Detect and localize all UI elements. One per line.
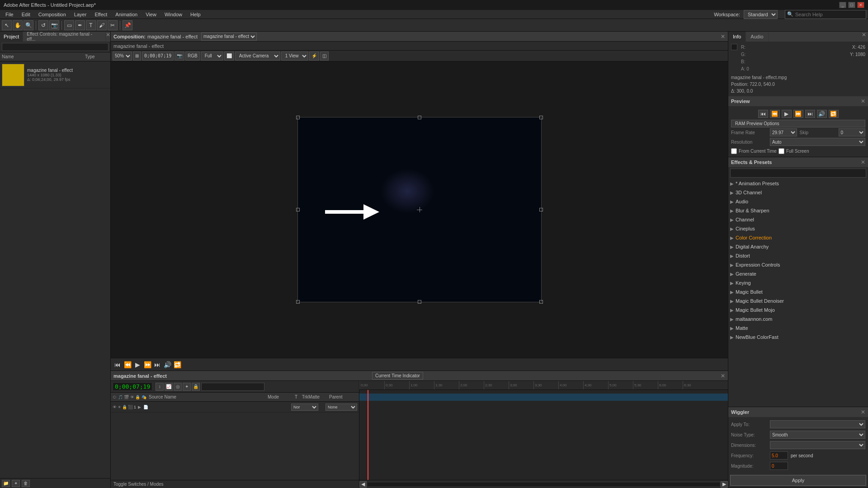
layer-parent-select[interactable]: None — [326, 404, 357, 411]
handle-tm[interactable] — [418, 116, 421, 119]
audio-btn[interactable]: 🔊 — [163, 361, 171, 369]
tl-btn-mask[interactable]: ✦ — [183, 383, 191, 391]
layer-visibility-icon[interactable]: 👁 — [113, 405, 117, 409]
handle-bm[interactable] — [418, 300, 421, 304]
tab-audio[interactable]: Audio — [746, 32, 768, 42]
cat-digital-anarchy[interactable]: ▶ Digital Anarchy — [728, 242, 868, 251]
playback-back-btn[interactable]: ⏪ — [123, 361, 132, 369]
layer-expand[interactable]: ▶ — [138, 405, 141, 409]
tl-btn-motion[interactable]: ◎ — [174, 383, 182, 391]
tab-info[interactable]: Info — [728, 32, 746, 42]
cat-audio[interactable]: ▶ Audio — [728, 197, 868, 206]
playback-play-btn[interactable]: ▶ — [133, 361, 142, 369]
playback-end-btn[interactable]: ⏭ — [153, 361, 161, 369]
cat-newblue[interactable]: ▶ NewBlue ColorFast — [728, 333, 868, 342]
tool-clone[interactable]: ✂ — [108, 20, 118, 30]
frame-rate-select[interactable]: 29.97 — [770, 128, 797, 136]
snapshot-btn[interactable]: 📷 — [175, 52, 184, 61]
prev-loop-btn[interactable]: 🔁 — [829, 110, 839, 118]
cat-mb-denoiser[interactable]: ▶ Magic Bullet Denoiser — [728, 296, 868, 305]
dimensions-select[interactable] — [770, 441, 865, 449]
handle-bl[interactable] — [296, 300, 300, 304]
menu-composition[interactable]: Composition — [35, 11, 70, 18]
scroll-left-btn[interactable]: ◀ — [359, 481, 367, 488]
viewer-comp-select[interactable]: magazine fanal - effect — [201, 33, 257, 41]
grid-btn[interactable]: ⊞ — [133, 52, 141, 61]
camera-select[interactable]: Active Camera — [235, 52, 280, 61]
prev-forward-btn[interactable]: ⏩ — [793, 110, 803, 118]
project-search-input[interactable] — [2, 43, 108, 51]
handle-br[interactable] — [539, 300, 543, 304]
resolution-select[interactable]: Auto — [770, 138, 865, 146]
transparency-btn[interactable]: ◫ — [320, 52, 329, 61]
preview-close[interactable]: ✕ — [861, 98, 865, 104]
prev-audio-btn[interactable]: 🔊 — [817, 110, 827, 118]
view-layout-select[interactable]: 1 View — [281, 52, 308, 61]
tl-btn-lock[interactable]: 🔒 — [192, 383, 200, 391]
cat-distort[interactable]: ▶ Distort — [728, 251, 868, 260]
playback-start-btn[interactable]: ⏮ — [113, 361, 122, 369]
layer-solo-icon[interactable]: ☀ — [118, 405, 121, 409]
region-btn[interactable]: ⬜ — [224, 52, 234, 61]
playhead[interactable]: Current Time Indicator — [368, 390, 368, 480]
cat-channel[interactable]: ▶ Channel — [728, 215, 868, 224]
cat-cineplus[interactable]: ▶ Cineplus — [728, 224, 868, 233]
handle-mr[interactable] — [539, 208, 543, 211]
cat-generate[interactable]: ▶ Generate — [728, 269, 868, 278]
effects-search-input[interactable] — [730, 169, 866, 178]
magnitude-input[interactable]: 0 — [770, 462, 788, 470]
wiggler-close[interactable]: ✕ — [861, 409, 865, 415]
layer-mode-select[interactable]: Nor — [291, 404, 318, 411]
prev-play-btn[interactable]: ▶ — [782, 110, 792, 118]
toggle-switches-label[interactable]: Toggle Switches / Modes — [113, 482, 164, 487]
menu-animation[interactable]: Animation — [112, 11, 141, 18]
cat-matte[interactable]: ▶ Matte — [728, 324, 868, 333]
panel-close-left[interactable]: ✕ — [106, 32, 110, 42]
noise-type-select[interactable]: Smooth — [770, 431, 865, 439]
cat-magic-bullet[interactable]: ▶ Magic Bullet — [728, 287, 868, 296]
menu-layer[interactable]: Layer — [71, 11, 90, 18]
timeline-ruler[interactable]: 0;00 0;30 1;00 1;30 2;00 2;30 3;00 3;30 … — [359, 381, 728, 390]
cat-expression[interactable]: ▶ Expression Controls — [728, 260, 868, 269]
tool-brush[interactable]: 🖌 — [97, 20, 107, 30]
tool-zoom[interactable]: 🔍 — [24, 20, 33, 30]
tool-select[interactable]: ↖ — [2, 20, 12, 30]
tool-pen[interactable]: ✒ — [75, 20, 85, 30]
minimize-button[interactable]: _ — [839, 2, 846, 8]
skip-select[interactable]: 0 — [839, 128, 866, 136]
prev-back-btn[interactable]: ⏪ — [770, 110, 780, 118]
apply-button[interactable]: Apply — [730, 475, 866, 486]
playback-forward-btn[interactable]: ⏩ — [143, 361, 151, 369]
scroll-right-btn[interactable]: ▶ — [721, 481, 728, 488]
apply-to-select[interactable] — [770, 420, 865, 428]
tl-btn-graph[interactable]: 📈 — [165, 383, 173, 391]
new-folder-btn[interactable]: 📁 — [2, 480, 10, 487]
fast-preview-btn[interactable]: ⚡ — [309, 52, 319, 61]
close-button[interactable]: ✕ — [857, 2, 864, 8]
resolution-select[interactable]: Full — [201, 52, 223, 61]
zoom-select[interactable]: 50% — [113, 52, 132, 61]
menu-help[interactable]: Help — [187, 11, 204, 18]
handle-tr[interactable] — [539, 116, 543, 119]
effects-close[interactable]: ✕ — [861, 159, 865, 165]
tab-effect-controls[interactable]: Effect Controls: magazine fanal - eff... — [23, 32, 106, 42]
new-item-btn[interactable]: ✦ — [12, 480, 20, 487]
menu-view[interactable]: View — [142, 11, 160, 18]
from-current-checkbox[interactable] — [731, 148, 737, 154]
tool-hand[interactable]: ✋ — [13, 20, 23, 30]
timeline-search-input[interactable] — [201, 383, 264, 391]
cat-maltaannon[interactable]: ▶ maltaannon.com — [728, 314, 868, 324]
loop-btn[interactable]: 🔁 — [173, 361, 181, 369]
cat-color-correction[interactable]: ▶ Color Correction — [728, 233, 868, 242]
viewer-close[interactable]: ✕ — [721, 33, 725, 40]
workspace-select[interactable]: Standard — [744, 10, 778, 19]
tool-camera[interactable]: 📷 — [49, 20, 59, 30]
timecode-display[interactable]: 0;00;07;19 — [142, 52, 174, 61]
ram-preview-btn[interactable]: RAM Preview Options — [731, 120, 865, 127]
handle-ml[interactable] — [296, 208, 300, 211]
tl-btn-nest[interactable]: ↕ — [156, 383, 164, 391]
maximize-button[interactable]: □ — [848, 2, 855, 8]
search-help-input[interactable] — [795, 12, 859, 17]
timecode-display[interactable]: 0;00;07;19 — [113, 382, 152, 391]
tool-text[interactable]: T — [86, 20, 96, 30]
